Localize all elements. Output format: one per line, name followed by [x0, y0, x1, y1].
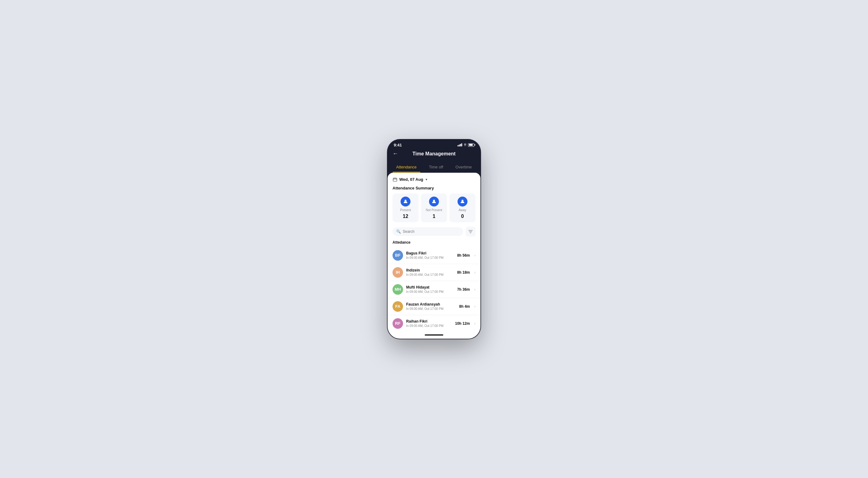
avatar: RF: [393, 318, 403, 329]
item-time: In 09:00 AM, Out 17:00 PM: [406, 290, 454, 294]
chevron-right-icon: ›: [474, 304, 475, 309]
attendance-item[interactable]: FA Fauzan Ardiansyah In 09:00 AM, Out 17…: [388, 298, 480, 315]
present-value: 12: [403, 214, 408, 219]
item-info: Raihan Fikri In 09:00 AM, Out 17:00 PM: [406, 319, 452, 328]
svg-rect-0: [393, 178, 397, 181]
header-title: Time Management: [412, 151, 455, 157]
attendance-item[interactable]: BF Bagus Fikri In 09:00 AM, Out 17:00 PM…: [388, 247, 480, 264]
chevron-right-icon: ›: [474, 270, 475, 275]
item-info: Ihdizein In 09:00 AM, Out 17:00 PM: [406, 268, 454, 276]
search-row: 🔍: [388, 227, 480, 240]
item-time: In 09:00 AM, Out 17:00 PM: [406, 256, 454, 260]
main-content: Wed, 07 Aug ▾ Attendance Summary Present…: [388, 173, 480, 332]
status-icons: ⇈: [458, 143, 474, 147]
chevron-right-icon: ›: [474, 287, 475, 292]
avatar: MH: [393, 284, 403, 295]
phone-frame: 9:41 ⇈ ← Time Management Attendance Time…: [388, 140, 480, 339]
item-duration: 7h 36m: [457, 287, 470, 292]
summary-card-not-present: Not Present 1: [421, 193, 447, 222]
summary-section-title: Attendance Summary: [388, 184, 480, 193]
away-icon: [458, 197, 467, 207]
chevron-right-icon: ›: [474, 321, 475, 326]
item-time: In 09:00 AM, Out 17:00 PM: [406, 307, 456, 310]
home-indicator: [388, 332, 480, 339]
chevron-down-icon: ▾: [426, 178, 427, 181]
item-info: Bagus Fikri In 09:00 AM, Out 17:00 PM: [406, 251, 454, 260]
avatar: FA: [393, 301, 403, 312]
summary-cards: Present 12 Not Present 1: [388, 193, 480, 227]
search-box[interactable]: 🔍: [393, 227, 463, 236]
list-section-title: Attedance: [388, 240, 480, 247]
away-label: Away: [459, 208, 466, 212]
search-input[interactable]: [403, 230, 459, 234]
calendar-icon: [393, 177, 398, 182]
item-name: Mufti Hidayat: [406, 285, 454, 290]
tab-attendance[interactable]: Attendance: [393, 161, 421, 173]
item-duration: 8h 4m: [459, 304, 470, 309]
selected-date: Wed, 07 Aug: [399, 177, 423, 182]
item-name: Ihdizein: [406, 268, 454, 272]
filter-icon: [468, 230, 473, 234]
battery-icon: [468, 143, 474, 147]
search-icon: 🔍: [396, 230, 401, 234]
attendance-item[interactable]: RF Raihan Fikri In 09:00 AM, Out 17:00 P…: [388, 315, 480, 332]
attendance-item[interactable]: MH Mufti Hidayat In 09:00 AM, Out 17:00 …: [388, 281, 480, 298]
home-bar: [425, 334, 443, 336]
back-button[interactable]: ←: [393, 150, 398, 157]
item-time: In 09:00 AM, Out 17:00 PM: [406, 324, 452, 328]
item-time: In 09:00 AM, Out 17:00 PM: [406, 273, 454, 276]
not-present-label: Not Present: [426, 208, 442, 212]
item-name: Raihan Fikri: [406, 319, 452, 324]
date-selector[interactable]: Wed, 07 Aug ▾: [388, 173, 480, 184]
attendance-item[interactable]: IH Ihdizein In 09:00 AM, Out 17:00 PM 8h…: [388, 264, 480, 281]
present-icon: [401, 197, 410, 207]
chevron-right-icon: ›: [474, 253, 475, 258]
away-value: 0: [461, 214, 464, 219]
present-label: Present: [400, 208, 411, 212]
item-info: Fauzan Ardiansyah In 09:00 AM, Out 17:00…: [406, 302, 456, 310]
not-present-icon: [429, 197, 439, 207]
tab-overtime[interactable]: Overtime: [452, 161, 475, 173]
wifi-icon: ⇈: [464, 143, 466, 147]
item-name: Bagus Fikri: [406, 251, 454, 256]
summary-card-away: Away 0: [450, 193, 475, 222]
item-duration: 10h 12m: [455, 321, 470, 326]
attendance-list: BF Bagus Fikri In 09:00 AM, Out 17:00 PM…: [388, 247, 480, 332]
summary-card-present: Present 12: [393, 193, 418, 222]
filter-button[interactable]: [466, 227, 475, 237]
item-duration: 8h 56m: [457, 253, 470, 258]
not-present-value: 1: [433, 214, 436, 219]
tab-timeoff[interactable]: Time off: [425, 161, 447, 173]
status-time: 9:41: [394, 143, 402, 147]
status-bar: 9:41 ⇈: [388, 140, 480, 149]
app-header: ← Time Management: [388, 149, 480, 161]
avatar: BF: [393, 250, 403, 261]
page-background: 9:41 ⇈ ← Time Management Attendance Time…: [0, 0, 868, 478]
avatar: IH: [393, 267, 403, 278]
signal-icon: [458, 143, 462, 146]
tab-bar: Attendance Time off Overtime: [388, 161, 480, 173]
item-duration: 8h 18m: [457, 270, 470, 275]
item-name: Fauzan Ardiansyah: [406, 302, 456, 306]
item-info: Mufti Hidayat In 09:00 AM, Out 17:00 PM: [406, 285, 454, 294]
